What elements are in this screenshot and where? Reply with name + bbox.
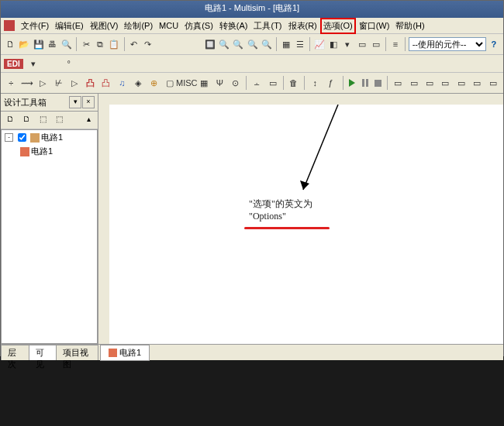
misc-button[interactable]: MISC [178,74,195,91]
analysis-button[interactable]: 📈 [313,36,326,53]
zoom-fit-button[interactable]: 🔍 [246,36,258,53]
instrument-1[interactable]: ▭ [391,74,405,91]
run-button[interactable] [347,76,358,90]
electromech-button[interactable]: ⊙ [229,74,243,91]
menu-view[interactable]: 视图(V) [87,19,122,33]
advanced-button[interactable]: ▦ [197,74,211,91]
instrument-3[interactable]: ▭ [423,74,437,91]
separator [387,76,388,90]
tool-button[interactable]: ≡ [389,36,402,53]
svg-marker-1 [300,180,309,190]
toggle-grid-button[interactable]: ▦ [280,36,292,53]
menu-simulate[interactable]: 仿真(S) [181,19,216,33]
connector-button[interactable]: ⫠ [250,74,264,91]
menu-reports[interactable]: 报表(R) [285,19,320,33]
stop-button[interactable] [372,76,384,90]
power-button[interactable]: ▢ [162,74,176,91]
instrument-6[interactable]: ▭ [470,74,484,91]
expand-button[interactable]: ▾ [25,55,42,72]
analog-button[interactable]: ▷ [67,74,81,91]
undo-button[interactable]: ↶ [127,36,140,53]
canvas-tab-label: 电路1 [119,347,141,359]
instrument-5[interactable]: ▭ [454,74,468,91]
project-tree[interactable]: - 电路1 电路1 [1,129,98,344]
zoom-out-button[interactable]: 🔍 [232,36,244,53]
component-combo[interactable]: --使用的元件-- [409,37,486,51]
diode-button[interactable]: ▷ [36,74,50,91]
copy-button[interactable]: ⧉ [94,36,106,53]
save-button[interactable]: 💾 [32,36,44,53]
bus-button[interactable]: ↕ [308,74,322,91]
transistor-button[interactable]: ⊬ [51,74,65,91]
main-area: 设计工具箱 ▾ × 🗋 🗋 ⬚ ⬚ ▴ - 电路1 电路1 [1,94,503,360]
menu-file[interactable]: 文件(F) [18,19,52,33]
separator [246,76,247,90]
menu-options[interactable]: 选项(O) [320,18,356,34]
canvas-tab-circuit[interactable]: 电路1 [100,345,150,361]
toggle-list-button[interactable]: ☰ [294,36,306,53]
postprocessor-button[interactable]: ▾ [341,36,354,53]
menu-window[interactable]: 窗口(W) [356,19,393,33]
tree-tool-2[interactable]: 🗋 [19,112,34,128]
mixed-button[interactable]: ◈ [131,74,145,91]
tree-checkbox[interactable] [18,133,26,142]
instrument-2[interactable]: ▭ [406,74,420,91]
database-button[interactable]: ▭ [370,36,382,53]
new-button[interactable]: 🗋 [4,36,16,53]
rf-button[interactable]: Ψ [212,74,226,91]
schematic-canvas[interactable]: "选项"的英文为 "Options" [109,105,503,345]
cmos-button[interactable]: 凸 [99,74,113,91]
breadboard-button[interactable]: ▭ [356,36,368,53]
panel-close-button[interactable]: × [82,96,95,108]
preview-button[interactable]: 🔍 [60,36,73,53]
menu-help[interactable]: 帮助(H) [392,19,427,33]
menu-place[interactable]: 绘制(P) [121,19,156,33]
zoom-100-button[interactable]: 🔍 [261,36,273,53]
source-button[interactable]: ÷ [4,74,18,91]
paste-button[interactable]: 📋 [108,36,120,53]
instrument-7[interactable]: ▭ [485,74,499,91]
menu-edit[interactable]: 编辑(E) [52,19,87,33]
toolbar-standard: 🗋 📂 💾 🖶 🔍 ✂ ⧉ 📋 ↶ ↷ 🔲 🔍 🔍 🔍 🔍 ▦ ☰ 📈 ◧ ▾ … [1,34,503,55]
place-node-button[interactable]: ° [60,55,78,72]
open-button[interactable]: 📂 [18,36,30,53]
pause-button[interactable] [359,76,371,90]
tree-root[interactable]: - 电路1 [2,130,97,145]
instrument-4[interactable]: ▭ [438,74,452,91]
tab-visible[interactable]: 可见 [29,345,57,360]
tree-tool-4[interactable]: ⬚ [51,112,67,128]
graph-button[interactable]: ◧ [327,36,340,53]
design-toolbox-panel: 设计工具箱 ▾ × 🗋 🗋 ⬚ ⬚ ▴ - 电路1 电路1 [1,94,98,360]
pause-icon [362,79,368,87]
indicator-button[interactable]: ⊕ [147,74,161,91]
panel-dropdown-button[interactable]: ▾ [69,96,81,108]
tree-tool-up[interactable]: ▴ [81,112,96,128]
menu-tools[interactable]: 工具(T) [250,19,285,33]
tab-layer[interactable]: 层次 [1,345,29,360]
menu-translate[interactable]: 转换(A) [216,19,251,33]
ttl-button[interactable]: 凸 [83,74,97,91]
ruler-horizontal [109,94,503,105]
tree-tool-1[interactable]: 🗋 [2,112,18,128]
tree-circuit-label: 电路1 [31,146,53,157]
svg-line-0 [303,105,338,190]
tree-tool-3[interactable]: ⬚ [35,112,50,128]
zoom-area-button[interactable]: 🔲 [204,36,216,53]
tree-circuit[interactable]: 电路1 [2,145,97,158]
arrow-icon [295,105,357,205]
basic-button[interactable]: ⟿ [19,74,33,91]
mcu-button[interactable]: ▭ [265,74,279,91]
cut-button[interactable]: ✂ [80,36,92,53]
collapse-icon[interactable]: - [5,133,13,142]
hierarchy-button[interactable]: 🗑 [287,74,301,91]
ruler-corner [98,94,110,105]
panel-title: 设计工具箱 [4,97,47,108]
menu-mcu[interactable]: MCU [156,19,181,32]
help-button[interactable]: ? [488,36,500,53]
redo-button[interactable]: ↷ [142,36,154,53]
zoom-in-button[interactable]: 🔍 [218,36,230,53]
text-button[interactable]: ƒ [323,74,337,91]
tab-project[interactable]: 项目视图 [56,345,98,360]
print-button[interactable]: 🖶 [47,36,59,53]
misc-digital-button[interactable]: ♫ [115,74,129,91]
